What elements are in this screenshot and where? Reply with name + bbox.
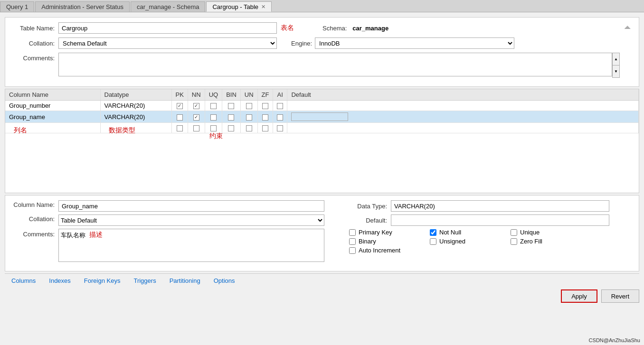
ai-label: Auto Increment bbox=[359, 247, 400, 254]
uq-checkbox[interactable] bbox=[511, 229, 517, 236]
col-header-datatype: Datatype bbox=[100, 89, 171, 101]
pk-checkbox[interactable] bbox=[349, 229, 356, 236]
top-comments-label: Comments: bbox=[12, 53, 55, 62]
data-type-input[interactable] bbox=[391, 200, 609, 212]
collation-row: Collation: Schema Default Engine: InnoDB bbox=[12, 37, 620, 49]
col-pk-cell[interactable] bbox=[171, 101, 188, 111]
col-name-cell[interactable] bbox=[5, 123, 100, 133]
uq-checkbox[interactable] bbox=[210, 114, 217, 121]
bin-label: Binary bbox=[359, 238, 376, 245]
pk-checkbox[interactable] bbox=[177, 114, 183, 121]
col-pk-cell[interactable] bbox=[171, 111, 188, 123]
col-bin-cell[interactable] bbox=[222, 111, 241, 123]
pk-check-item: Primary Key bbox=[349, 229, 425, 236]
uq-label: Unique bbox=[520, 229, 540, 236]
tab-columns[interactable]: Columns bbox=[5, 276, 42, 286]
detail-comments-row: Comments: 车队名称 描述 bbox=[12, 229, 335, 263]
nn-checkbox[interactable] bbox=[193, 103, 199, 109]
col-default-cell[interactable] bbox=[287, 111, 639, 123]
col-name-cell[interactable]: Group_number bbox=[5, 101, 100, 111]
pk-label: Primary Key bbox=[359, 229, 392, 236]
collation-select[interactable]: Schema Default bbox=[58, 37, 277, 49]
checkboxes-grid: Primary Key Not Null Unique Binary bbox=[349, 229, 632, 254]
col-header-default: Default bbox=[287, 89, 639, 101]
tab-query1[interactable]: Query 1 bbox=[0, 1, 34, 12]
col-header-zf: ZF bbox=[257, 89, 273, 101]
default-input[interactable] bbox=[391, 214, 609, 226]
col-zf-cell[interactable] bbox=[257, 101, 273, 111]
default-row: Default: bbox=[349, 214, 632, 226]
default-label: Default: bbox=[349, 217, 387, 224]
ai-checkbox[interactable] bbox=[277, 114, 283, 121]
tab-options[interactable]: Options bbox=[207, 276, 242, 286]
close-tab-icon[interactable]: ✕ bbox=[261, 4, 265, 10]
col-bin-cell[interactable] bbox=[222, 101, 241, 111]
scrollbar: ▲ ▼ bbox=[612, 53, 620, 78]
col-header-nn: NN bbox=[188, 89, 205, 101]
ai-checkbox[interactable] bbox=[277, 103, 283, 109]
col-nn-cell[interactable] bbox=[188, 101, 205, 111]
pk-checkbox[interactable] bbox=[177, 103, 183, 109]
col-nn-cell[interactable] bbox=[188, 111, 205, 123]
collapse-arrow-icon[interactable]: ⏶ bbox=[624, 22, 632, 32]
apply-button[interactable]: Apply bbox=[561, 289, 597, 303]
bin-checkbox[interactable] bbox=[228, 103, 234, 109]
col-datatype-cell[interactable]: VARCHAR(20) bbox=[100, 111, 171, 123]
main-content: Table Name: 表名 Schema: car_manage Collat… bbox=[0, 12, 644, 345]
col-un-cell[interactable] bbox=[240, 111, 257, 123]
engine-select[interactable]: InnoDB bbox=[315, 37, 514, 49]
col-datatype-cell[interactable] bbox=[100, 123, 171, 133]
tab-car-schema[interactable]: car_manage - Schema bbox=[131, 1, 206, 12]
detail-collation-select[interactable]: Table Default bbox=[58, 214, 324, 226]
col-default-cell[interactable] bbox=[287, 101, 639, 111]
nn-check-item: Not Null bbox=[430, 229, 506, 236]
detail-comments-input[interactable]: 车队名称 bbox=[58, 229, 324, 262]
zf-checkbox[interactable] bbox=[262, 114, 268, 121]
un-checkbox[interactable] bbox=[430, 238, 436, 245]
revert-button[interactable]: Revert bbox=[601, 289, 639, 303]
top-comments-input[interactable] bbox=[58, 53, 612, 76]
watermark: CSDN@AnZhuJiaShu bbox=[589, 337, 640, 343]
detail-collation-row: Collation: Table Default bbox=[12, 214, 335, 226]
detail-col-name-input[interactable] bbox=[58, 200, 324, 212]
tab-foreign-keys[interactable]: Foreign Keys bbox=[77, 276, 127, 286]
zf-check-item: Zero Fill bbox=[511, 238, 587, 245]
table-row: Group_name VARCHAR(20) bbox=[5, 111, 639, 123]
col-ai-cell[interactable] bbox=[273, 101, 287, 111]
top-form-section: Table Name: 表名 Schema: car_manage Collat… bbox=[5, 17, 639, 87]
zf-checkbox[interactable] bbox=[262, 103, 268, 109]
bin-checkbox[interactable] bbox=[349, 238, 356, 245]
col-zf-cell[interactable] bbox=[257, 111, 273, 123]
table-name-input[interactable] bbox=[58, 22, 277, 34]
nn-checkbox[interactable] bbox=[430, 229, 436, 236]
un-label: Unsigned bbox=[439, 238, 465, 245]
detail-left: Column Name: Collation: Table Default Co… bbox=[12, 200, 335, 266]
un-checkbox[interactable] bbox=[246, 114, 252, 121]
tab-admin-server[interactable]: Administration - Server Status bbox=[35, 1, 130, 12]
columns-section: Column Name Datatype PK NN UQ BIN UN ZF … bbox=[5, 89, 639, 193]
default-value-input[interactable] bbox=[291, 112, 348, 121]
col-uq-cell[interactable] bbox=[205, 101, 222, 111]
col-ai-cell[interactable] bbox=[273, 111, 287, 123]
un-checkbox[interactable] bbox=[246, 103, 252, 109]
scroll-down-icon[interactable]: ▼ bbox=[613, 65, 619, 77]
col-name-cell[interactable]: Group_name bbox=[5, 111, 100, 123]
tab-cargroup-table[interactable]: Cargroup - Table ✕ bbox=[206, 1, 272, 12]
col-datatype-cell[interactable]: VARCHAR(20) bbox=[100, 101, 171, 111]
col-uq-cell[interactable] bbox=[205, 111, 222, 123]
bottom-tabs: Columns Indexes Foreign Keys Triggers Pa… bbox=[5, 273, 639, 286]
nn-checkbox[interactable] bbox=[193, 114, 199, 121]
zf-label: Zero Fill bbox=[520, 238, 542, 245]
zf-checkbox[interactable] bbox=[511, 238, 517, 245]
tab-indexes[interactable]: Indexes bbox=[42, 276, 77, 286]
tab-triggers[interactable]: Triggers bbox=[127, 276, 162, 286]
col-header-uq: UQ bbox=[205, 89, 222, 101]
ai-check-item: Auto Increment bbox=[349, 247, 425, 254]
ai-checkbox[interactable] bbox=[349, 247, 356, 254]
uq-checkbox[interactable] bbox=[210, 103, 217, 109]
bin-checkbox[interactable] bbox=[228, 114, 234, 121]
scroll-up-icon[interactable]: ▲ bbox=[613, 53, 619, 65]
tab-partitioning[interactable]: Partitioning bbox=[163, 276, 207, 286]
col-un-cell[interactable] bbox=[240, 101, 257, 111]
table-row: Group_number VARCHAR(20) bbox=[5, 101, 639, 111]
